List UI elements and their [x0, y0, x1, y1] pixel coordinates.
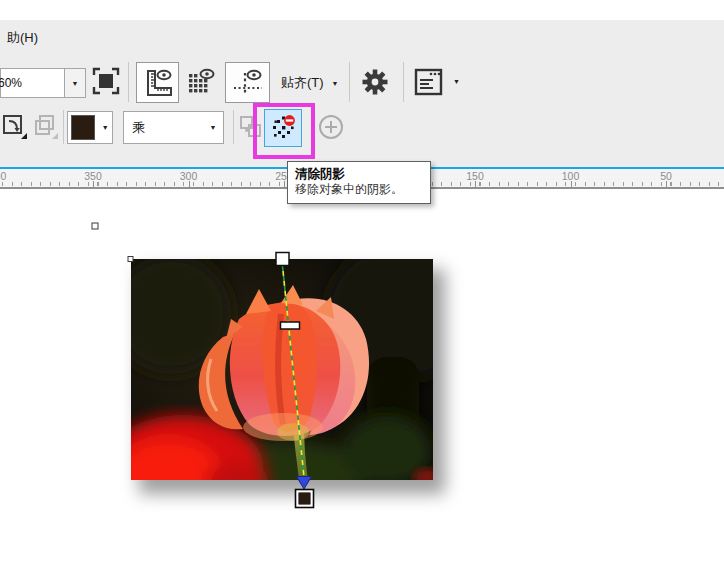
grid-eye-icon [185, 66, 217, 98]
toolbar-separator [403, 62, 404, 102]
toolbar-separator [349, 62, 350, 102]
copy-properties-icon [238, 114, 264, 140]
gear-icon [358, 65, 392, 99]
plus-circle-icon [317, 113, 345, 141]
property-bar-panel-button[interactable] [411, 64, 447, 100]
zoom-to-selection-button[interactable] [88, 63, 124, 99]
menu-help[interactable]: 助(H) [3, 27, 42, 49]
shadow-color-picker[interactable]: ▼ [67, 111, 113, 144]
tooltip: 清除阴影 移除对象中的阴影。 [287, 161, 431, 204]
tooltip-body: 移除对象中的阴影。 [295, 182, 423, 197]
tulip-photo [131, 259, 433, 480]
show-guidelines-toggle[interactable] [225, 62, 270, 103]
selection-bounds-icon [90, 65, 122, 97]
toolbar-separator [311, 110, 312, 144]
toolbar-separator [233, 110, 234, 144]
shadow-offset-button-disabled [32, 112, 59, 141]
copy-shadow-properties-button-disabled [238, 114, 264, 140]
stacked-squares-icon [32, 113, 59, 140]
clear-shadow-icon [270, 115, 296, 141]
tulip-bitmap-object[interactable] [131, 259, 433, 480]
snap-label: 贴齐(T) [281, 74, 324, 92]
chevron-down-icon: ▼ [102, 124, 109, 131]
chevron-down-icon: ▼ [332, 80, 339, 87]
ruler-label: 400 [0, 170, 15, 182]
app-window: 助(H) 60% ▼ [0, 0, 724, 574]
merge-mode-value: 乘 [124, 119, 203, 137]
toolbar-separator [128, 62, 129, 102]
options-button[interactable] [357, 64, 393, 100]
show-rulers-toggle[interactable] [136, 62, 179, 103]
shadow-color-swatch [71, 115, 95, 140]
toolbar-separator [63, 110, 64, 144]
snap-dropdown[interactable]: 贴齐(T) ▼ [281, 70, 339, 96]
chevron-down-icon: ▼ [453, 78, 460, 85]
guidelines-eye-icon [232, 67, 264, 99]
tooltip-title: 清除阴影 [295, 166, 423, 182]
zoom-level-combobox[interactable]: 60% ▼ [0, 68, 86, 98]
chevron-down-icon: ▼ [72, 80, 79, 87]
panel-window-icon [413, 66, 445, 98]
shadow-direction-button[interactable] [1, 112, 28, 141]
stray-node-handle[interactable] [92, 223, 98, 229]
show-grid-toggle[interactable] [184, 62, 217, 101]
add-preset-button-disabled [317, 113, 345, 141]
clear-shadow-button[interactable] [264, 109, 302, 147]
ruler-eye-icon [142, 67, 174, 99]
zoom-level-value: 60% [0, 76, 64, 90]
shadow-color-end-handle[interactable] [296, 490, 314, 508]
shadow-angle-icon [1, 113, 28, 140]
shadow-color-dropdown[interactable]: ▼ [98, 112, 112, 143]
zoom-level-dropdown-button[interactable]: ▼ [64, 69, 85, 97]
merge-mode-combobox[interactable]: 乘 ▼ [123, 111, 224, 144]
chevron-down-icon: ▼ [210, 124, 217, 131]
merge-mode-dropdown-button[interactable]: ▼ [203, 112, 223, 143]
